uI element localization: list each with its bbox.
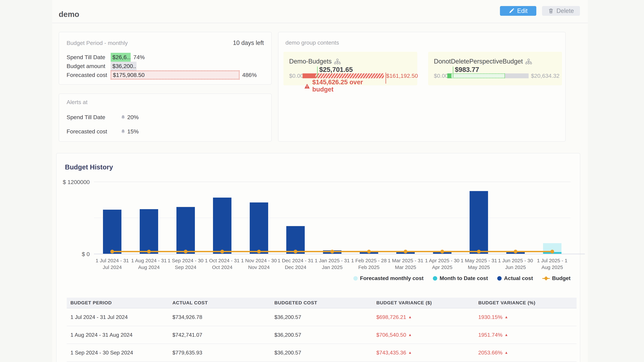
warning-icon bbox=[304, 82, 310, 89]
table-cell-budgeted: $36,200.57 bbox=[271, 350, 373, 356]
legend-label: Budget bbox=[552, 275, 570, 281]
table-cell-period: 1 Aug 2024 - 31 Aug 2024 bbox=[67, 332, 169, 338]
x-tick-line1: 1 Mar 2025 - 31 bbox=[387, 257, 424, 264]
group-tiles: Demo-Budgets$25,701.65$0.00$161,192.50$1… bbox=[284, 52, 562, 85]
budget-line-marker bbox=[514, 250, 518, 253]
alert-row: Spend Till Date20% bbox=[66, 110, 264, 124]
days-left-label: 10 days left bbox=[233, 39, 264, 46]
forecast-segment bbox=[451, 73, 505, 78]
table-row: 1 Sep 2024 - 30 Sep 2024$779,635.93$36,2… bbox=[67, 344, 576, 362]
x-tick-line1: 1 Feb 2025 - 28 bbox=[350, 257, 387, 264]
table-cell-actual: $742,741.07 bbox=[169, 332, 271, 338]
budget-tile[interactable]: DonotDeletePerspectiveBudget$983.77$0.00… bbox=[428, 52, 562, 85]
group-contents-card: demo group contents Demo-Budgets$25,701.… bbox=[278, 32, 566, 142]
legend-label: Forecasted monthly cost bbox=[360, 275, 424, 281]
legend-diamond-icon bbox=[542, 276, 550, 281]
budget-line-marker bbox=[184, 250, 188, 253]
x-tick-line2: Nov 2024 bbox=[240, 264, 277, 271]
x-tick-line1: 1 May 2025 - 31 bbox=[460, 257, 497, 264]
budget-tile-name: Demo-Budgets bbox=[289, 58, 341, 65]
budget-period-value-chip: $175,908.50 bbox=[111, 70, 240, 79]
legend-dot-icon bbox=[497, 276, 502, 281]
alert-row: Forecasted cost15% bbox=[66, 124, 264, 139]
spend-marker-line bbox=[453, 66, 453, 77]
budget-period-percent: 486% bbox=[242, 72, 257, 78]
over-budget-end-line bbox=[386, 72, 386, 84]
budget-tile-bar-row: $0.00$161,192.50 bbox=[289, 72, 418, 79]
over-budget-alert: $145,626.25 over budget bbox=[304, 79, 383, 93]
budget-period-row-label: Forecasted cost bbox=[66, 72, 111, 78]
alerts-card-title: Alerts at bbox=[66, 99, 88, 105]
table-cell-variance_usd: $698,726.21▲ bbox=[373, 314, 474, 320]
budget-period-row: Budget amount$36,200.... bbox=[66, 62, 264, 70]
legend-item[interactable]: Forecasted monthly cost bbox=[353, 275, 424, 281]
trend-up-icon: ▲ bbox=[504, 333, 508, 337]
budget-history-title: Budget History bbox=[65, 163, 113, 171]
x-tick-line1: 1 Dec 2024 - 31 bbox=[277, 257, 314, 264]
table-cell-variance_pct: 2053.66%▲ bbox=[474, 350, 576, 356]
trend-up-icon: ▲ bbox=[408, 315, 412, 319]
page: demo Edit Delete Budget Period - monthly… bbox=[0, 0, 644, 362]
alert-row-label: Spend Till Date bbox=[66, 114, 120, 120]
bell-icon bbox=[120, 115, 126, 120]
delete-button-label: Delete bbox=[556, 7, 574, 14]
x-axis-tick: 1 Jul 2025 - 1Aug 2025 bbox=[534, 257, 570, 271]
legend-item[interactable]: Month to Date cost bbox=[433, 275, 488, 281]
x-tick-line1: 1 Jul 2024 - 31 bbox=[94, 257, 131, 264]
x-axis-tick: 1 Feb 2025 - 28Feb 2025 bbox=[350, 257, 387, 271]
x-axis-tick: 1 Sep 2024 - 30Sep 2024 bbox=[167, 257, 204, 271]
table-cell-period: 1 Jul 2024 - 31 Jul 2024 bbox=[67, 314, 169, 320]
budget-line-marker bbox=[330, 250, 334, 253]
budget-period-card: Budget Period - monthly 10 days left Spe… bbox=[59, 32, 272, 85]
table-cell-variance_usd: $706,540.50▲ bbox=[373, 332, 474, 338]
table-header-cell: BUDGET PERIOD bbox=[67, 300, 169, 306]
budget-period-card-title: Budget Period - monthly bbox=[66, 40, 128, 46]
table-cell-period: 1 Sep 2024 - 30 Sep 2024 bbox=[67, 350, 169, 356]
x-tick-line1: 1 Sep 2024 - 30 bbox=[167, 257, 204, 264]
delete-button[interactable]: Delete bbox=[542, 6, 580, 16]
x-tick-line2: Jan 2025 bbox=[314, 264, 351, 271]
x-tick-line1: 1 Jun 2025 - 30 bbox=[497, 257, 534, 264]
budget-period-row-label: Budget amount bbox=[66, 63, 111, 69]
legend-dot-icon bbox=[353, 276, 358, 281]
content-area: demo Edit Delete Budget Period - monthly… bbox=[52, 0, 588, 362]
spend-marker-line bbox=[317, 66, 318, 77]
spent-segment bbox=[447, 73, 451, 78]
table-cell-budgeted: $36,200.57 bbox=[271, 332, 373, 338]
x-tick-line2: Jul 2024 bbox=[94, 264, 131, 271]
x-axis-tick: 1 Mar 2025 - 31Mar 2025 bbox=[387, 257, 424, 271]
budget-period-row: Forecasted cost$175,908.50486% bbox=[66, 70, 264, 79]
budget-tile-name-label: DonotDeletePerspectiveBudget bbox=[434, 58, 523, 65]
over-budget-alert-label: $145,626.25 over budget bbox=[312, 79, 383, 93]
x-tick-line2: Dec 2024 bbox=[277, 264, 314, 271]
legend-item[interactable]: Actual cost bbox=[497, 275, 533, 281]
actual-cost-bar bbox=[140, 209, 158, 254]
table-header-cell: BUDGETED COST bbox=[271, 300, 373, 306]
x-axis-tick: 1 Jan 2025 - 31Jan 2025 bbox=[314, 257, 351, 271]
budget-line-marker bbox=[257, 250, 261, 253]
x-tick-line2: Oct 2024 bbox=[204, 264, 241, 271]
legend-item[interactable]: Budget bbox=[542, 275, 570, 281]
x-tick-line2: May 2025 bbox=[460, 264, 497, 271]
table-row: 1 Jul 2024 - 31 Jul 2024$734,926.78$36,2… bbox=[67, 308, 576, 326]
gridline-mid bbox=[94, 218, 570, 218]
budget-tile-name-label: Demo-Budgets bbox=[289, 58, 332, 65]
x-tick-line1: 1 Apr 2025 - 30 bbox=[424, 257, 460, 264]
table-header-cell: BUDGET VARIANCE (%) bbox=[474, 300, 576, 306]
table-header-row: BUDGET PERIODACTUAL COSTBUDGETED COSTBUD… bbox=[67, 298, 576, 308]
trend-up-icon: ▲ bbox=[408, 351, 412, 355]
budget-period-value-chip: $26,6... bbox=[111, 53, 131, 62]
x-axis-tick: 1 Apr 2025 - 30Apr 2025 bbox=[424, 257, 460, 271]
alert-row-label: Forecasted cost bbox=[66, 128, 120, 135]
edit-button-label: Edit bbox=[517, 7, 528, 14]
budget-tile[interactable]: Demo-Budgets$25,701.65$0.00$161,192.50$1… bbox=[284, 52, 417, 85]
x-tick-line2: Apr 2025 bbox=[424, 264, 460, 271]
budget-period-percent: 74% bbox=[133, 54, 145, 60]
x-tick-line1: 1 Jul 2025 - 1 bbox=[534, 257, 570, 264]
table-row: 1 Aug 2024 - 31 Aug 2024$742,741.07$36,2… bbox=[67, 326, 576, 344]
budget-line-marker bbox=[440, 250, 444, 253]
edit-button[interactable]: Edit bbox=[500, 6, 536, 16]
y-axis-label-top: $ 1200000 bbox=[56, 179, 90, 185]
budget-history-table: BUDGET PERIODACTUAL COSTBUDGETED COSTBUD… bbox=[67, 298, 576, 362]
table-header-cell: ACTUAL COST bbox=[169, 300, 271, 306]
